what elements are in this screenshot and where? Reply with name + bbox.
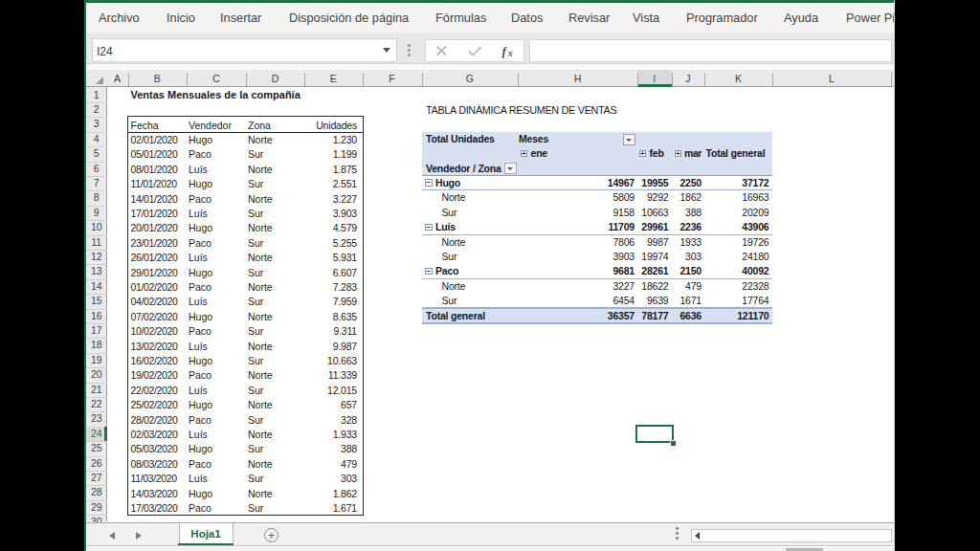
svg-text:f: f — [502, 44, 508, 58]
svg-text:x: x — [507, 49, 513, 58]
